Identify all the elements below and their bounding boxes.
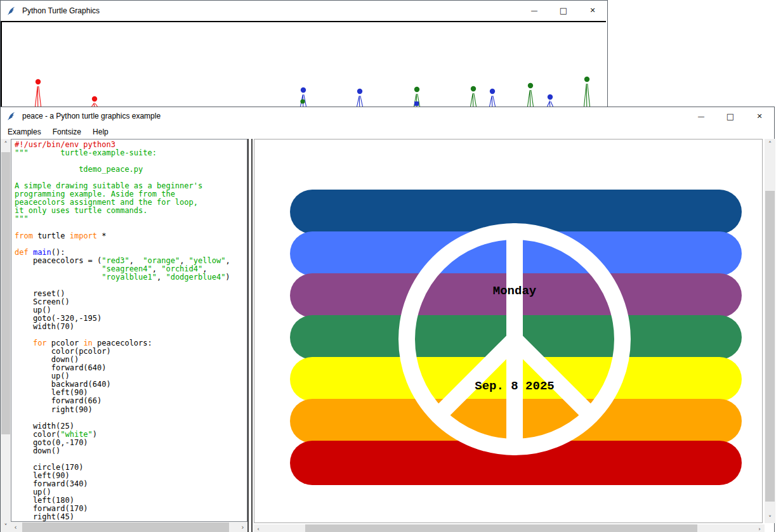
tree-sprout xyxy=(300,88,306,107)
window-title: peace - a Python turtle graphics example xyxy=(22,112,161,120)
tree-sprout xyxy=(584,77,590,107)
code-pane[interactable]: #!/usr/bin/env python3""" turtle-example… xyxy=(11,139,247,522)
scroll-left-icon[interactable]: ‹ xyxy=(11,522,20,532)
menu-examples[interactable]: Examples xyxy=(2,126,47,138)
tk-feather-icon xyxy=(6,111,16,121)
tree-sprout xyxy=(528,83,534,107)
canvas-text-label: Sep. 8 2025 xyxy=(475,379,554,393)
scroll-right-icon[interactable]: › xyxy=(754,524,765,532)
code-line: width(70) xyxy=(15,323,247,331)
close-button[interactable]: ✕ xyxy=(578,1,607,20)
window-controls: — □ ✕ xyxy=(687,107,774,125)
code-line: "royalblue1", "dodgerblue4") xyxy=(15,273,247,282)
menu-bar: ExamplesFontsizeHelp xyxy=(1,125,774,139)
tk-feather-icon xyxy=(6,6,16,16)
code-vertical-scrollbar[interactable]: ˄ ˅ xyxy=(1,139,11,532)
tree-sprout xyxy=(36,79,41,107)
scrollbar-thumb[interactable] xyxy=(22,522,229,532)
code-text: #!/usr/bin/env python3""" turtle-example… xyxy=(11,139,247,522)
tree-sprout xyxy=(490,89,496,107)
canvas-text-label: Monday xyxy=(493,284,537,298)
tree-sprout xyxy=(414,87,420,107)
peace-drawing-svg: MondaySep. 8 2025 xyxy=(254,139,762,522)
code-line: tdemo_peace.py xyxy=(15,165,247,174)
code-line: right(90) xyxy=(15,406,247,414)
canvas-vertical-scrollbar[interactable]: ˄ ˅ xyxy=(765,139,775,523)
scroll-right-icon[interactable]: › xyxy=(238,522,247,532)
tree-sprout xyxy=(92,96,98,107)
menu-help[interactable]: Help xyxy=(87,126,114,138)
scrollbar-thumb[interactable] xyxy=(1,152,10,434)
scroll-down-icon[interactable]: ˅ xyxy=(1,521,11,531)
canvas-horizontal-scrollbar[interactable]: ‹ › xyxy=(254,524,765,532)
paned-window: ˄ ˅ #!/usr/bin/env python3""" turtle-exa… xyxy=(1,139,774,532)
scroll-left-icon[interactable]: ‹ xyxy=(254,524,263,532)
tree-sprout xyxy=(548,94,553,107)
turtle-drawing-canvas: MondaySep. 8 2025 xyxy=(254,139,763,523)
scroll-up-icon[interactable]: ˄ xyxy=(1,139,11,149)
scrollbar-thumb[interactable] xyxy=(305,524,697,532)
close-button[interactable]: ✕ xyxy=(745,107,774,125)
menu-fontsize[interactable]: Fontsize xyxy=(47,126,87,138)
code-line: down() xyxy=(15,447,247,455)
pane-sash[interactable] xyxy=(247,139,253,532)
title-bar: peace - a Python turtle graphics example… xyxy=(1,107,774,125)
code-line: """ xyxy=(15,215,247,223)
tree-sprout xyxy=(471,86,477,107)
maximize-button[interactable]: □ xyxy=(549,1,578,20)
code-line: """ turtle-example-suite: xyxy=(15,149,247,157)
window-title: Python Turtle Graphics xyxy=(22,6,100,15)
window-controls: — □ ✕ xyxy=(520,1,607,20)
minimize-button[interactable]: — xyxy=(687,107,716,125)
minimize-button[interactable]: — xyxy=(520,1,549,20)
tree-sprout xyxy=(357,89,363,107)
maximize-button[interactable]: □ xyxy=(716,107,745,125)
code-line: from turtle import * xyxy=(15,232,247,240)
title-bar: Python Turtle Graphics — □ ✕ xyxy=(1,1,607,20)
scroll-up-icon[interactable]: ˄ xyxy=(765,139,775,149)
scrollbar-thumb[interactable] xyxy=(765,191,775,502)
peace-window: peace - a Python turtle graphics example… xyxy=(0,107,775,532)
scroll-down-icon[interactable]: ˅ xyxy=(765,513,775,523)
trees-svg xyxy=(2,22,605,107)
code-horizontal-scrollbar[interactable]: ‹ › xyxy=(11,522,247,532)
code-line: it only uses turtle commands. xyxy=(15,207,247,215)
